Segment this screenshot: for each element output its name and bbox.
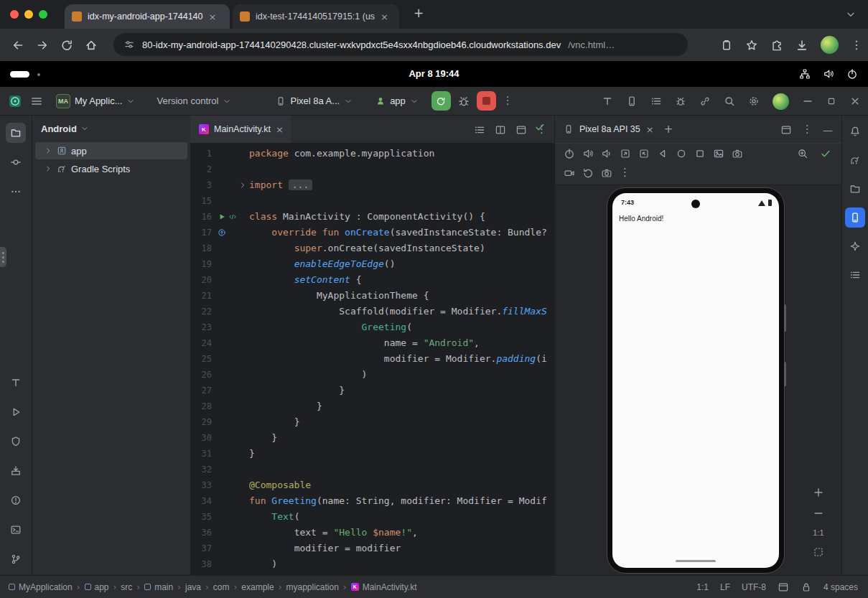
main-menu-icon[interactable] [30,95,43,108]
tab-close-icon[interactable]: × [276,125,284,134]
code-text[interactable]: } [249,430,554,446]
tool-window-drag-handle[interactable] [0,247,6,267]
gutter[interactable] [212,509,249,525]
device-selector[interactable]: Pixel 8a A... [273,93,355,108]
code-text[interactable]: override fun onCreate(savedInstanceState… [249,225,554,240]
file-encoding[interactable]: UTF-8 [742,582,766,592]
phone-screen[interactable]: 7:43 Hello Android! [612,193,779,568]
panel-hide-icon[interactable]: — [823,125,833,135]
gutter[interactable] [212,541,249,556]
gutter[interactable] [212,272,249,288]
gutter[interactable] [212,240,249,256]
profile-avatar[interactable] [821,36,839,54]
code-text[interactable]: setContent { [249,272,554,288]
code-text[interactable]: Text( [249,509,554,525]
code-text[interactable]: } [249,398,554,414]
code-text[interactable] [249,193,554,209]
gutter[interactable] [212,383,249,398]
zoom-level[interactable]: 1:1 [813,528,823,537]
code-line[interactable]: 28 } [190,398,554,414]
code-line[interactable]: 29 } [190,414,554,430]
code-text[interactable]: ) [249,367,554,383]
gutter[interactable] [212,256,249,272]
screenshot-icon[interactable] [713,148,724,159]
gutter[interactable] [212,319,249,335]
code-text[interactable]: super.onCreate(savedInstanceState) [249,240,554,256]
fold-chevron-icon[interactable] [238,181,247,190]
device-explorer-button[interactable] [845,179,865,199]
code-text[interactable]: } [249,414,554,430]
gutter[interactable] [212,177,249,193]
traffic-close-button[interactable] [10,10,19,19]
code-text[interactable]: class MainActivity : ComponentActivity()… [249,209,554,225]
structure-button[interactable] [845,265,865,285]
inspection-ok-icon[interactable] [534,121,546,133]
resource-manager-button[interactable] [6,373,26,393]
volume-down-icon[interactable] [601,148,612,159]
caret-position[interactable]: 1:1 [696,582,709,592]
code-line[interactable]: 32 [190,462,554,477]
line-separator[interactable]: LF [720,582,730,592]
project-view-selector[interactable]: Android [32,116,190,141]
settings-gear-icon[interactable] [748,95,760,107]
logcat-icon[interactable] [650,95,662,107]
tab-close-icon[interactable]: × [209,12,217,22]
gutter[interactable] [212,146,249,162]
code-text[interactable]: Scaffold(modifier = Modifier.fillMaxS [249,304,554,319]
project-widget[interactable]: MA My Applic... [53,92,138,111]
gutter[interactable] [212,525,249,541]
code-line[interactable]: 26 ) [190,367,554,383]
android-back-icon[interactable] [657,148,668,159]
editor-window-icon[interactable] [515,124,527,136]
tab-close-icon[interactable]: × [381,12,388,22]
code-line[interactable]: 20 setContent { [190,272,554,288]
vcs-widget[interactable]: Version control [154,93,234,108]
gutter[interactable] [212,367,249,383]
browser-menu-icon[interactable]: ⋮ [851,39,862,51]
run-tool-button[interactable] [6,402,26,422]
gradle-tool-button[interactable] [845,150,865,170]
gutter[interactable] [212,462,249,477]
code-line[interactable]: 36 text = "Hello $name!", [190,525,554,541]
address-bar[interactable]: 80-idx-my-android-app-1744140290428.clus… [113,33,688,56]
code-line[interactable]: 3import ... [190,177,554,193]
code-line[interactable]: 30 } [190,430,554,446]
code-line[interactable]: 1package com.example.myapplication [190,146,554,162]
traffic-minimize-button[interactable] [24,10,33,19]
tab-search-icon[interactable] [845,9,857,20]
gutter[interactable] [212,162,249,177]
run-button[interactable] [431,91,451,111]
code-line[interactable]: 25 modifier = Modifier.padding(i [190,351,554,367]
breadcrumb-item[interactable]: main [144,582,173,592]
breadcrumb-item[interactable]: myapplication [286,582,338,592]
terminal-button[interactable] [6,520,26,540]
rotate-right-icon[interactable] [638,148,650,159]
code-line[interactable]: 27 } [190,383,554,398]
breadcrumb-item[interactable]: java [185,582,201,592]
code-text[interactable]: package com.example.myapplication [249,146,554,162]
power-icon[interactable] [846,68,858,80]
bookmark-star-icon[interactable] [745,39,758,52]
commit-tool-button[interactable] [6,152,26,172]
code-line[interactable]: 33@Composable [190,477,554,493]
breadcrumb-item[interactable]: src [121,582,132,592]
run-config-selector[interactable]: app [373,93,421,108]
code-line[interactable]: 23 Greeting( [190,319,554,335]
code-line[interactable]: 16class MainActivity : ComponentActivity… [190,209,554,225]
gutter[interactable] [212,556,249,572]
code-line[interactable]: 38 ) [190,556,554,572]
debug-bug-icon[interactable] [457,95,470,108]
code-line[interactable]: 18 super.onCreate(savedInstanceState) [190,240,554,256]
zoom-fit-icon[interactable] [813,546,824,558]
more-tool-windows-button[interactable] [6,182,26,202]
editor-tab-mainactivity[interactable]: K MainActivity.kt × [190,116,291,143]
snapshot-icon[interactable] [601,167,612,179]
device-tab-close-icon[interactable]: × [646,125,654,134]
code-line[interactable]: 19 enableEdgeToEdge() [190,256,554,272]
breadcrumb-item[interactable]: example [241,582,274,592]
breadcrumb-item[interactable]: com [213,582,230,592]
camera-icon[interactable] [732,148,743,159]
gutter[interactable] [212,304,249,319]
code-text[interactable]: @Composable [249,477,554,493]
gutter[interactable] [212,351,249,367]
